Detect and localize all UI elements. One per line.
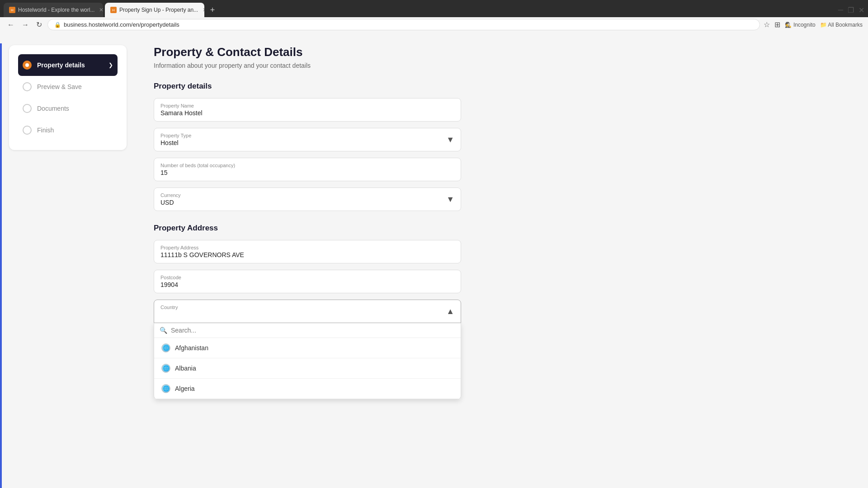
property-name-label: Property Name <box>160 103 454 108</box>
incognito-icon: 🕵 <box>785 22 792 28</box>
page-subtitle: Information about your property and your… <box>154 62 461 69</box>
currency-field: Currency USD ▼ <box>154 188 461 211</box>
country-name-afghanistan: Afghanistan <box>175 344 208 352</box>
num-beds-wrapper[interactable]: Number of beds (total occupancy) 15 <box>154 158 461 181</box>
country-arrow-icon: ▲ <box>446 307 454 316</box>
search-icon: 🔍 <box>160 327 167 334</box>
property-name-value: Samara Hostel <box>160 109 454 117</box>
property-name-wrapper[interactable]: Property Name Samara Hostel <box>154 98 461 122</box>
country-search-input[interactable] <box>171 327 455 334</box>
num-beds-value: 15 <box>160 169 454 176</box>
tab-1[interactable]: H Hostelworld - Explore the worl... ✕ <box>4 3 103 17</box>
address-value: 11111b S GOVERNORS AVE <box>160 251 454 258</box>
currency-content: Currency USD <box>160 192 181 206</box>
algeria-globe-icon: 🌐 <box>161 384 170 393</box>
property-name-field: Property Name Samara Hostel <box>154 98 461 122</box>
country-dropdown-panel: 🔍 🌐 Afghanistan 🌐 Albania 🌐 Algeria <box>154 323 461 399</box>
left-accent-bar <box>0 43 2 476</box>
sidebar-dot <box>25 63 29 67</box>
tab-2[interactable]: H Property Sign Up - Property an... ✕ <box>105 3 204 17</box>
postcode-field: Postcode 19904 <box>154 270 461 293</box>
address-field: Property Address 11111b S GOVERNORS AVE <box>154 240 461 263</box>
tab-2-close[interactable]: ✕ <box>203 7 204 13</box>
currency-value: USD <box>160 199 181 206</box>
page-title: Property & Contact Details <box>154 45 461 59</box>
refresh-button[interactable]: ↻ <box>34 19 44 30</box>
sidebar-label-preview-save: Preview & Save <box>37 83 82 90</box>
postcode-value: 19904 <box>160 281 454 288</box>
num-beds-field: Number of beds (total occupancy) 15 <box>154 158 461 181</box>
forward-button[interactable]: → <box>20 20 31 30</box>
country-search-box: 🔍 <box>154 323 461 338</box>
property-type-arrow-icon: ▼ <box>446 135 454 145</box>
tab-1-title: Hostelworld - Explore the worl... <box>18 7 94 13</box>
country-wrapper[interactable]: Country ▲ <box>154 300 461 323</box>
ssl-lock-icon: 🔒 <box>54 22 61 28</box>
sidebar-chevron-icon: ❯ <box>108 62 113 68</box>
property-type-label: Property Type <box>160 133 191 138</box>
browser-chrome: H Hostelworld - Explore the worl... ✕ H … <box>0 0 868 32</box>
sidebar-item-property-details[interactable]: Property details ❯ <box>18 54 118 76</box>
sidebar-card: Property details ❯ Preview & Save Docume… <box>9 45 127 150</box>
country-item-afghanistan[interactable]: 🌐 Afghanistan <box>154 338 461 358</box>
country-item-albania[interactable]: 🌐 Albania <box>154 358 461 379</box>
browser-toolbar-right: ─ ❐ ✕ <box>838 6 864 14</box>
url-text: business.hostelworld.com/en/propertydeta… <box>64 21 179 28</box>
property-type-value: Hostel <box>160 139 191 146</box>
close-button[interactable]: ✕ <box>859 6 864 14</box>
restore-button[interactable]: ❐ <box>848 6 854 14</box>
tab-1-close[interactable]: ✕ <box>99 7 103 13</box>
country-item-algeria[interactable]: 🌐 Algeria <box>154 379 461 399</box>
postcode-wrapper[interactable]: Postcode 19904 <box>154 270 461 293</box>
currency-label: Currency <box>160 192 181 198</box>
address-wrapper[interactable]: Property Address 11111b S GOVERNORS AVE <box>154 240 461 263</box>
country-label: Country <box>160 305 178 310</box>
currency-arrow-icon: ▼ <box>446 195 454 204</box>
country-name-algeria: Algeria <box>175 385 195 392</box>
country-content: Country <box>160 305 178 318</box>
afghanistan-globe-icon: 🌐 <box>161 343 170 352</box>
property-type-field: Property Type Hostel ▼ <box>154 128 461 151</box>
country-field: Country ▲ 🔍 🌐 Afghanistan <box>154 300 461 399</box>
postcode-label: Postcode <box>160 275 454 280</box>
new-tab-button[interactable]: + <box>206 4 219 16</box>
page-wrapper: Property details ❯ Preview & Save Docume… <box>0 32 868 476</box>
url-bar[interactable]: 🔒 business.hostelworld.com/en/propertyde… <box>47 19 760 30</box>
tab-2-favicon: H <box>110 7 117 13</box>
main-content: Property & Contact Details Information a… <box>136 32 479 476</box>
country-name-albania: Albania <box>175 365 196 372</box>
tab-2-title: Property Sign Up - Property an... <box>119 7 198 13</box>
incognito-indicator: 🕵 Incognito <box>785 22 816 28</box>
minimize-button[interactable]: ─ <box>838 6 843 14</box>
bookmarks-label: 📁 All Bookmarks <box>820 22 863 28</box>
albania-globe-icon: 🌐 <box>161 364 170 373</box>
address-label: Property Address <box>160 245 454 250</box>
country-value <box>160 311 178 318</box>
property-address-section: Property Address Property Address 11111b… <box>154 224 461 399</box>
num-beds-label: Number of beds (total occupancy) <box>160 163 454 168</box>
property-details-heading: Property details <box>154 82 461 91</box>
property-type-content: Property Type Hostel <box>160 133 191 146</box>
property-type-wrapper[interactable]: Property Type Hostel ▼ <box>154 128 461 151</box>
sidebar-item-preview-save[interactable]: Preview & Save <box>18 76 118 98</box>
sidebar-item-finish[interactable]: Finish <box>18 119 118 141</box>
sidebar-item-documents[interactable]: Documents <box>18 98 118 119</box>
back-button[interactable]: ← <box>5 20 16 30</box>
sidebar-icon-finish <box>23 126 32 135</box>
sidebar-icon-property-details <box>23 61 32 70</box>
property-address-heading: Property Address <box>154 224 461 233</box>
address-bar: ← → ↻ 🔒 business.hostelworld.com/en/prop… <box>0 17 868 32</box>
browser-actions: ☆ ⊞ 🕵 Incognito 📁 All Bookmarks <box>764 20 863 29</box>
tab-bar: H Hostelworld - Explore the worl... ✕ H … <box>0 0 868 17</box>
bookmark-button[interactable]: ☆ <box>764 20 770 29</box>
tab-1-favicon: H <box>9 7 15 13</box>
sidebar-icon-documents <box>23 104 32 113</box>
sidebar: Property details ❯ Preview & Save Docume… <box>0 32 136 476</box>
sidebar-label-property-details: Property details <box>37 61 85 69</box>
sidebar-label-documents: Documents <box>37 105 69 112</box>
sidebar-label-finish: Finish <box>37 127 54 134</box>
sidebar-icon-preview-save <box>23 82 32 91</box>
currency-wrapper[interactable]: Currency USD ▼ <box>154 188 461 211</box>
extensions-button[interactable]: ⊞ <box>774 20 780 29</box>
